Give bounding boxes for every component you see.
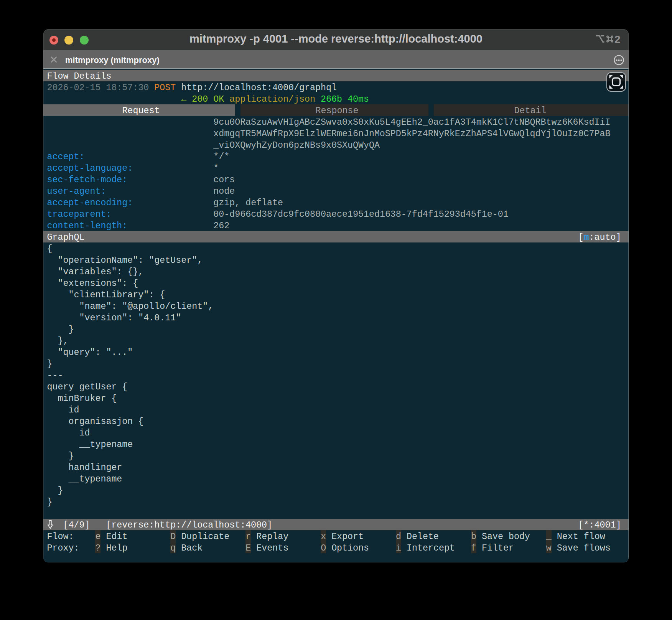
svg-text:2: 2 [614,35,621,44]
